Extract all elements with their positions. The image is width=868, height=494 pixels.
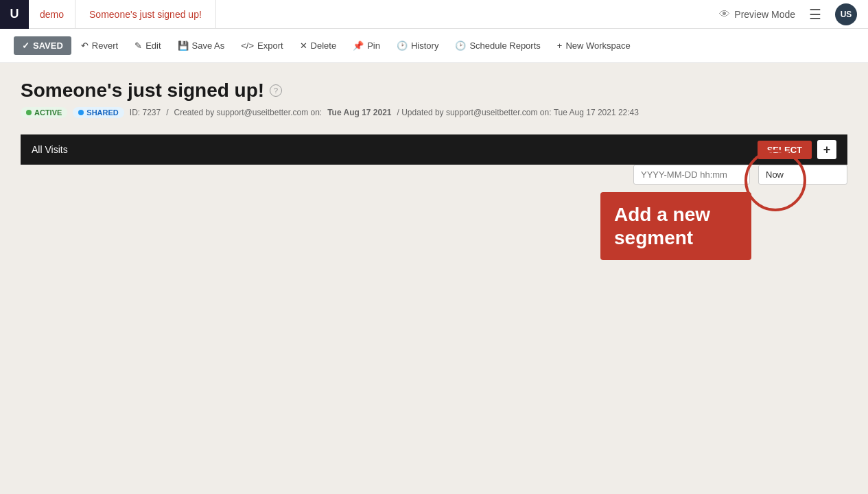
revert-button[interactable]: ↶ Revert — [74, 36, 125, 55]
active-toggle-dot — [26, 110, 32, 115]
export-icon: </> — [241, 40, 254, 51]
add-segment-tooltip: Add a new segment — [600, 192, 751, 260]
schedule-reports-button[interactable]: 🕑 Schedule Reports — [448, 36, 547, 55]
pin-button[interactable]: 📌 Pin — [346, 36, 387, 55]
tooltip-line1: Add a new — [614, 203, 738, 226]
user-avatar[interactable]: US — [835, 3, 857, 25]
delete-label: Delete — [311, 40, 337, 51]
nav-right-area: 👁 Preview Mode ☰ US — [719, 3, 868, 25]
revert-icon: ↶ — [81, 40, 89, 51]
saved-button[interactable]: ✓ SAVED — [14, 36, 71, 55]
new-workspace-button[interactable]: + New Workspace — [550, 36, 637, 55]
save-as-button[interactable]: 💾 Save As — [171, 36, 232, 55]
checkmark-icon: ✓ — [22, 40, 30, 51]
content-area: All Visits SELECT + Add a new segment — [21, 134, 847, 165]
report-meta: ACTIVE SHARED ID: 7237 / Created by supp… — [21, 107, 847, 118]
edit-button[interactable]: ✎ Edit — [128, 36, 167, 55]
created-date: Tue Aug 17 2021 — [327, 108, 391, 117]
delete-icon: ✕ — [300, 40, 307, 51]
logo-icon: U — [10, 7, 19, 21]
export-button[interactable]: </> Export — [234, 36, 290, 55]
new-workspace-icon: + — [557, 40, 563, 51]
preview-mode-label: Preview Mode — [734, 9, 795, 20]
pin-label: Pin — [367, 40, 380, 51]
segment-label: All Visits — [32, 144, 68, 155]
top-navigation: U demo Someone's just signed up! 👁 Previ… — [0, 0, 868, 29]
select-button[interactable]: SELECT — [758, 141, 812, 159]
edit-icon: ✎ — [134, 40, 142, 51]
schedule-icon: 🕑 — [455, 40, 466, 51]
shared-badge-label: SHARED — [86, 108, 118, 117]
toolbar: ✓ SAVED ↶ Revert ✎ Edit 💾 Save As </> Ex… — [0, 29, 868, 63]
segment-actions: SELECT + — [758, 140, 836, 159]
main-content: Date from: Date to: Someone's just signe… — [0, 63, 868, 181]
report-title-area: Someone's just signed up! ? — [21, 80, 847, 102]
updated-by: / Updated by support@useitbetter.com on:… — [397, 108, 639, 117]
saved-label: SAVED — [33, 40, 63, 51]
new-workspace-label: New Workspace — [565, 40, 630, 51]
date-to-input[interactable] — [758, 165, 847, 185]
history-icon: 🕑 — [397, 40, 408, 51]
add-segment-button[interactable]: + — [817, 140, 836, 159]
created-by-label: Created by support@useitbetter.com on: — [174, 108, 322, 117]
preview-mode-button[interactable]: 👁 Preview Mode — [719, 8, 795, 21]
report-id: ID: 7237 — [130, 108, 161, 117]
shared-toggle-dot — [78, 110, 84, 115]
edit-label: Edit — [145, 40, 161, 51]
help-icon[interactable]: ? — [270, 84, 282, 97]
export-label: Export — [257, 40, 283, 51]
eye-icon: 👁 — [719, 8, 730, 21]
date-from-input[interactable] — [633, 165, 750, 185]
nav-page-title: Someone's just signed up! — [75, 0, 216, 28]
save-as-icon: 💾 — [178, 40, 189, 51]
save-as-label: Save As — [192, 40, 225, 51]
revert-label: Revert — [92, 40, 118, 51]
report-title: Someone's just signed up! — [21, 80, 264, 102]
segment-bar: All Visits SELECT + — [21, 134, 847, 165]
history-label: History — [411, 40, 438, 51]
history-button[interactable]: 🕑 History — [390, 36, 445, 55]
nav-demo-link[interactable]: demo — [29, 0, 75, 28]
shared-badge: SHARED — [73, 107, 124, 118]
logo[interactable]: U — [0, 0, 29, 29]
active-badge-label: ACTIVE — [34, 108, 62, 117]
active-badge: ACTIVE — [21, 107, 67, 118]
delete-button[interactable]: ✕ Delete — [293, 36, 344, 55]
tooltip-line2: segment — [614, 226, 738, 250]
schedule-reports-label: Schedule Reports — [469, 40, 540, 51]
hamburger-menu-button[interactable]: ☰ — [806, 3, 824, 25]
pin-icon: 📌 — [353, 40, 364, 51]
separator: / — [166, 108, 168, 117]
